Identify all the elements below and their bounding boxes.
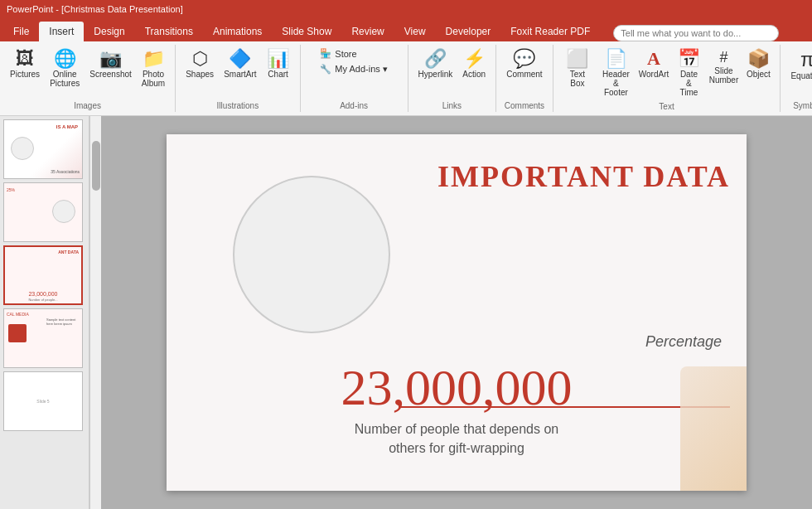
slide-thumb-2[interactable]: 25% — [3, 182, 83, 242]
slide-thumb-1-inner: IS A MAP 35 Associations — [4, 120, 82, 178]
text-group-label: Text — [558, 100, 776, 111]
slide-thumb-1[interactable]: IS A MAP 35 Associations — [3, 119, 83, 179]
header-footer-icon: 📄 — [605, 50, 627, 68]
comment-label: Comment — [506, 70, 542, 79]
textbox-icon: ⬜ — [566, 50, 588, 68]
pictures-label: Pictures — [10, 70, 40, 79]
slide-title: IMPORTANT DATA — [437, 159, 730, 194]
ribbon-group-links: 🔗 Hyperlink ⚡ Action Links — [408, 45, 497, 112]
slide-2-num-label: 25% — [7, 187, 15, 192]
smartart-icon: 🔷 — [229, 50, 251, 68]
tell-me-input[interactable] — [613, 25, 779, 41]
equation-button[interactable]: π Equation — [785, 46, 812, 84]
chart-button[interactable]: 📊 Chart — [262, 46, 295, 82]
slide-1-title: IS A MAP — [56, 124, 78, 129]
tab-review[interactable]: Review — [341, 22, 394, 41]
slide-4-label: CAL MEDIA — [7, 312, 29, 317]
slide-1-wrapper: 1 IS A MAP 35 Associations — [3, 119, 85, 179]
tab-view[interactable]: View — [394, 22, 436, 41]
photo-album-icon: 📁 — [143, 50, 165, 68]
myadd-label: My Add-ins ▾ — [335, 64, 387, 75]
textbox-label: Text Box — [563, 70, 592, 88]
date-time-icon: 📅 — [678, 50, 700, 68]
tab-animations[interactable]: Animations — [203, 22, 272, 41]
slide-number-button[interactable]: # SlideNumber — [705, 46, 742, 88]
hyperlink-label: Hyperlink — [418, 70, 453, 79]
photo-album-label: PhotoAlbum — [142, 70, 165, 88]
pictures-button[interactable]: 🖼 Pictures — [5, 46, 45, 82]
comments-group-label: Comments — [501, 99, 547, 110]
ribbon-group-comments: 💬 Comment Comments — [496, 45, 553, 112]
slide-big-number: 23,000,000 — [167, 358, 747, 417]
scroll-thumb[interactable] — [92, 141, 100, 191]
tab-developer[interactable]: Developer — [436, 22, 501, 41]
myadd-button[interactable]: 🔧 My Add-ins ▾ — [317, 62, 390, 76]
ribbon-group-images-items: 🖼 Pictures 🌐 OnlinePictures 📷 Screenshot… — [5, 46, 170, 99]
ribbon-group-addins-items: 🏪 Store 🔧 My Add-ins ▾ — [317, 46, 390, 99]
slide-4-img — [8, 324, 27, 342]
tab-file[interactable]: File — [3, 22, 39, 41]
date-time-button[interactable]: 📅 Date &Time — [672, 46, 705, 100]
shapes-label: Shapes — [186, 70, 214, 79]
slide-number-icon: # — [719, 50, 727, 65]
ribbon-group-text-items: ⬜ Text Box 📄 Header& Footer A WordArt 📅 … — [558, 46, 776, 100]
symbols-group-label: Symb... — [785, 99, 812, 110]
store-button[interactable]: 🏪 Store — [317, 46, 390, 61]
slide-description-line1: Number of people that depends on — [167, 420, 747, 439]
tab-slideshow[interactable]: Slide Show — [272, 22, 341, 41]
slide-canvas: IMPORTANT DATA Percentage 23,000,000 Num… — [167, 134, 747, 491]
screenshot-icon: 📷 — [99, 50, 122, 68]
slide-1-circle — [11, 137, 34, 160]
slide-decoration — [680, 366, 747, 491]
slide-3-desc: Number of people... — [5, 298, 81, 302]
wordart-label: WordArt — [639, 70, 669, 79]
ribbon-group-illustrations: ⬡ Shapes 🔷 SmartArt 📊 Chart Illustration… — [176, 45, 300, 112]
slide-thumb-3[interactable]: ANT DATA 23,000,000 Number of people... — [3, 245, 83, 305]
header-footer-label: Header& Footer — [602, 70, 631, 97]
tab-transitions[interactable]: Transitions — [135, 22, 203, 41]
slide-5-placeholder: Slide 5 — [36, 399, 49, 404]
slide-3-wrapper: 3 ANT DATA 23,000,000 Number of people..… — [3, 245, 85, 305]
textbox-button[interactable]: ⬜ Text Box — [558, 46, 597, 91]
equation-icon: π — [800, 50, 812, 70]
links-group-label: Links — [413, 99, 491, 110]
online-pictures-button[interactable]: 🌐 OnlinePictures — [45, 46, 85, 91]
header-footer-button[interactable]: 📄 Header& Footer — [597, 46, 636, 100]
object-label: Object — [747, 70, 771, 79]
shapes-icon: ⬡ — [192, 50, 208, 68]
hyperlink-button[interactable]: 🔗 Hyperlink — [413, 46, 458, 82]
action-label: Action — [462, 70, 486, 79]
action-button[interactable]: ⚡ Action — [457, 46, 491, 82]
ribbon-group-text: ⬜ Text Box 📄 Header& Footer A WordArt 📅 … — [553, 45, 781, 112]
date-time-label: Date &Time — [677, 70, 700, 97]
smartart-button[interactable]: 🔷 SmartArt — [219, 46, 261, 82]
slide-2-circle — [52, 200, 75, 223]
images-group-label: Images — [5, 99, 170, 110]
ribbon-group-symbols-items: π Equation — [785, 46, 812, 99]
tab-foxit[interactable]: Foxit Reader PDF — [500, 22, 600, 41]
slide-circle — [233, 176, 390, 333]
slide-3-number: 23,000,000 — [5, 291, 81, 297]
tab-insert[interactable]: Insert — [39, 22, 84, 41]
scrollbar[interactable] — [89, 116, 101, 509]
slide-1-desc: 35 Associations — [51, 169, 80, 174]
ribbon-group-links-items: 🔗 Hyperlink ⚡ Action — [413, 46, 491, 99]
slide-thumb-4[interactable]: CAL MEDIA Sample text content here lorem… — [3, 308, 83, 368]
comment-button[interactable]: 💬 Comment — [501, 46, 547, 82]
wordart-button[interactable]: A WordArt — [636, 46, 673, 82]
title-bar: PowerPoint - [Christmas Data Presentatio… — [0, 0, 812, 18]
equation-label: Equation — [790, 71, 812, 80]
ribbon-group-images: 🖼 Pictures 🌐 OnlinePictures 📷 Screenshot… — [0, 45, 176, 112]
slide-thumb-2-inner: 25% — [4, 183, 82, 241]
object-button[interactable]: 📦 Object — [742, 46, 775, 82]
wordart-icon: A — [647, 50, 660, 68]
slide-description-line2: others for gift-wrapping — [167, 439, 747, 458]
screenshot-button[interactable]: 📷 Screenshot — [85, 46, 137, 82]
photo-album-button[interactable]: 📁 PhotoAlbum — [137, 46, 170, 91]
slide-thumb-4-inner: CAL MEDIA Sample text content here lorem… — [4, 309, 82, 367]
slide-thumb-5[interactable]: Slide 5 — [3, 371, 83, 431]
shapes-button[interactable]: ⬡ Shapes — [181, 46, 219, 82]
store-label: Store — [335, 49, 356, 59]
addins-group-label: Add-ins — [306, 99, 403, 110]
tab-design[interactable]: Design — [84, 22, 134, 41]
